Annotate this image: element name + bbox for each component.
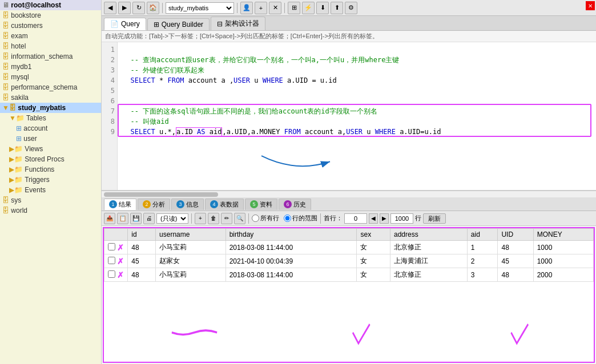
db-icon: 🗄	[2, 83, 9, 91]
cell-birthday: 2021-04-10 00:04:39	[225, 254, 357, 268]
row-x-mark: ✗	[117, 243, 124, 252]
sql-editor[interactable]: 1 2 3 4 5 6 7 8 9 -- 查询account跟user表，并给它…	[102, 42, 596, 191]
sidebar-item-mydb1[interactable]: 🗄 mydb1	[0, 62, 101, 72]
sidebar-item-mysql[interactable]: 🗄 mysql	[0, 72, 101, 82]
query-tab-icon: 📄	[110, 20, 119, 28]
cell-uid: 45	[498, 254, 533, 268]
hscroll-thumb[interactable]	[104, 192, 218, 197]
db-icon: 🗄	[2, 73, 9, 81]
export-btn[interactable]: ⬆	[331, 2, 343, 14]
main-content: ◀ ▶ ↻ 🏠 study_mybatis 👤 + ✕ ⊞ ⚡ ⬇ ⬆ ⚙ 📄 …	[102, 0, 596, 364]
row-checkbox[interactable]	[108, 270, 115, 278]
tab-schema-designer[interactable]: ⊟ 架构设计器	[211, 17, 265, 30]
tab-query[interactable]: 📄 Query	[104, 18, 146, 30]
sidebar-item-user[interactable]: ⊞ user	[0, 134, 101, 144]
results-tab-5[interactable]: 5 资料	[245, 199, 277, 210]
save-res-btn[interactable]: 💾	[130, 213, 142, 224]
first-row-input[interactable]	[344, 213, 367, 224]
import-btn[interactable]: ⬇	[316, 2, 329, 14]
close-button[interactable]: ✕	[586, 1, 595, 10]
sidebar-item-customers[interactable]: 🗄 customers	[0, 21, 101, 31]
sidebar-item-functions[interactable]: ▶📁 Functions	[0, 164, 101, 175]
query-btn[interactable]: ⚡	[302, 2, 315, 14]
sidebar-item-study-mybatis[interactable]: ▼🗄 study_mybatis	[0, 103, 101, 113]
page-size-input[interactable]	[390, 213, 413, 224]
settings-btn[interactable]: ⚙	[345, 2, 357, 14]
cell-id: 45	[128, 254, 156, 268]
sidebar-item-account[interactable]: ⊞ account	[0, 123, 101, 134]
tab-num-4: 4	[210, 200, 218, 208]
row-checkbox-cell[interactable]: ✗	[104, 241, 128, 254]
data-table-wrap[interactable]: id username birthday sex address aid UID…	[103, 227, 595, 363]
col-money: MONEY	[533, 229, 593, 241]
table-row[interactable]: ✗ 45 赵家女 2021-04-10 00:04:39 女 上海黄浦江 2 4…	[104, 254, 594, 268]
line-numbers: 1 2 3 4 5 6 7 8 9	[102, 42, 118, 190]
sep-res2	[248, 213, 249, 224]
sidebar-item-sakila[interactable]: 🗄 sakila	[0, 92, 101, 103]
edit-row-btn[interactable]: ✏	[221, 213, 232, 224]
table-icon: ⊞	[16, 135, 22, 143]
cell-money: 1000	[533, 254, 593, 268]
results-tab-4[interactable]: 4 表数据	[205, 199, 244, 210]
range-radio[interactable]: 行的范围	[284, 214, 317, 223]
sidebar-item-exam[interactable]: 🗄 exam	[0, 31, 101, 41]
sep1	[162, 3, 163, 13]
results-tab-3[interactable]: 3 信息	[171, 199, 204, 210]
tab-bar: 📄 Query ⊞ Query Builder ⊟ 架构设计器 ✕	[102, 16, 596, 31]
row-checkbox[interactable]	[108, 257, 115, 264]
next-page-btn[interactable]: ▶	[380, 213, 389, 224]
results-tab-2[interactable]: 2 分析	[138, 199, 170, 210]
sidebar: 🖥 root@localhost 🗄 bookstore 🗄 customers…	[0, 0, 102, 364]
row-checkbox-cell[interactable]: ✗	[104, 254, 128, 268]
results-toolbar: 📤 📋 💾 🖨 (只读) + 🗑 ✏ 🔍 所有行 行的范围	[102, 211, 596, 226]
sidebar-item-stored-procs[interactable]: ▶📁 Stored Procs	[0, 154, 101, 164]
table-row[interactable]: ✗ 48 小马宝莉 2018-03-08 11:44:00 女 北京修正 1 4…	[104, 241, 594, 254]
back-btn[interactable]: ◀	[104, 2, 116, 14]
table-row[interactable]: ✗ 48 小马宝莉 2018-03-08 11:44:00 女 北京修正 3 4…	[104, 268, 594, 282]
sidebar-item-sys[interactable]: 🗄 sys	[0, 195, 101, 205]
copy-res-btn[interactable]: 📋	[117, 213, 128, 224]
sidebar-item-events[interactable]: ▶📁 Events	[0, 185, 101, 195]
tab-query-builder[interactable]: ⊞ Query Builder	[147, 18, 210, 30]
table-header-row: id username birthday sex address aid UID…	[104, 229, 594, 241]
sidebar-item-views[interactable]: ▶📁 Views	[0, 144, 101, 154]
tab-num-1: 1	[109, 200, 117, 208]
add-row-btn[interactable]: +	[195, 213, 206, 224]
export-res-btn[interactable]: 📤	[104, 213, 115, 224]
all-rows-radio[interactable]: 所有行	[252, 214, 279, 223]
home-btn[interactable]: 🏠	[147, 2, 159, 14]
sidebar-item-bookstore[interactable]: 🗄 bookstore	[0, 10, 101, 21]
editor-hscroll[interactable]	[102, 191, 596, 197]
user-btn[interactable]: 👤	[240, 2, 253, 14]
row-checkbox[interactable]	[108, 243, 115, 250]
print-res-btn[interactable]: 🖨	[143, 213, 155, 224]
db-icon: 🗄	[2, 63, 9, 71]
sidebar-item-tables[interactable]: ▼📁 Tables	[0, 113, 101, 123]
refresh-data-btn[interactable]: 刷新	[423, 213, 446, 224]
delete-btn[interactable]: ✕	[269, 2, 281, 14]
forward-btn[interactable]: ▶	[118, 2, 131, 14]
results-tab-1[interactable]: 1 结果	[104, 199, 136, 210]
cell-sex: 女	[357, 268, 390, 282]
cell-id: 48	[128, 268, 156, 282]
sidebar-item-hotel[interactable]: 🗄 hotel	[0, 41, 101, 51]
db-selector[interactable]: study_mybatis	[166, 2, 234, 14]
table-btn[interactable]: ⊞	[288, 2, 300, 14]
delete-row-btn[interactable]: 🗑	[208, 213, 219, 224]
server-icon: 🖥	[2, 1, 9, 9]
tab-num-3: 3	[176, 200, 184, 208]
code-area[interactable]: -- 查询account跟user表，并给它们取一个别名，一个叫a,一个叫u，并…	[118, 42, 596, 190]
results-tab-6[interactable]: 6 历史	[279, 199, 311, 210]
sidebar-root[interactable]: 🖥 root@localhost	[0, 0, 101, 10]
readonly-select[interactable]: (只读)	[156, 213, 188, 224]
sidebar-item-performance-schema[interactable]: 🗄 performance_schema	[0, 82, 101, 92]
prev-page-btn[interactable]: ◀	[369, 213, 378, 224]
sidebar-item-world[interactable]: 🗄 world	[0, 205, 101, 216]
row-checkbox-cell[interactable]: ✗	[104, 268, 128, 282]
cell-aid: 2	[467, 254, 498, 268]
filter-btn[interactable]: 🔍	[234, 213, 245, 224]
sidebar-item-information-schema[interactable]: 🗄 information_schema	[0, 51, 101, 62]
sidebar-item-triggers[interactable]: ▶📁 Triggers	[0, 175, 101, 185]
add-btn[interactable]: +	[255, 2, 267, 14]
refresh-btn[interactable]: ↻	[132, 2, 145, 14]
